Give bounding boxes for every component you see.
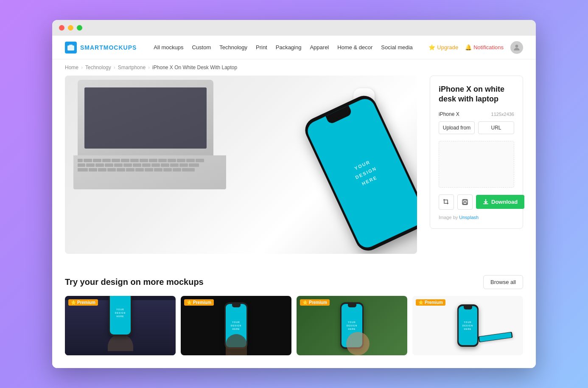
save-button[interactable] bbox=[457, 194, 473, 210]
breadcrumb-technology[interactable]: Technology bbox=[85, 65, 111, 70]
attribution-link[interactable]: Unsplash bbox=[459, 215, 479, 220]
main-content: YOURDESIGNHERE iPhone X on white desk wi… bbox=[52, 76, 536, 267]
notifications-label: Notifications bbox=[473, 44, 504, 51]
action-buttons: Download bbox=[439, 194, 514, 210]
notifications-button[interactable]: 🔔 Notifications bbox=[465, 44, 504, 51]
mockup-preview: YOURDESIGNHERE bbox=[65, 76, 417, 254]
nav-home-decor[interactable]: Home & decor bbox=[337, 44, 372, 51]
mockup-card-1[interactable]: ⭐ Premium YOURDESIGNHERE bbox=[65, 296, 176, 355]
upgrade-button[interactable]: ⭐ Upgrade bbox=[428, 44, 458, 51]
nav-packaging[interactable]: Packaging bbox=[276, 44, 302, 51]
download-label: Download bbox=[491, 199, 518, 205]
browser-content: SMARTMOCKUPS All mockups Custom Technolo… bbox=[52, 36, 536, 368]
svg-point-2 bbox=[515, 45, 518, 48]
crop-button[interactable] bbox=[439, 194, 454, 210]
premium-badge-1: ⭐ Premium bbox=[68, 299, 98, 306]
upload-buttons: Upload from URL bbox=[439, 121, 514, 134]
device-size: 1125x2436 bbox=[491, 112, 514, 117]
premium-badge-4: ⭐ Premium bbox=[416, 299, 445, 306]
maximize-button[interactable] bbox=[77, 25, 82, 31]
mockup-card-4[interactable]: ⭐ Premium YOURDESIGNHERE bbox=[412, 296, 523, 355]
minimize-button[interactable] bbox=[68, 25, 73, 31]
bell-icon: 🔔 bbox=[465, 44, 472, 51]
breadcrumb-smartphone[interactable]: Smartphone bbox=[118, 65, 146, 70]
sidebar-panel: iPhone X on white desk with laptop iPhon… bbox=[430, 76, 523, 229]
nav-links: All mockups Custom Technology Print Pack… bbox=[154, 44, 418, 51]
section-header: Try your design on more mockups Browse a… bbox=[65, 275, 523, 289]
nav-custom[interactable]: Custom bbox=[192, 44, 211, 51]
url-button[interactable]: URL bbox=[478, 121, 514, 134]
star-icon-1: ⭐ bbox=[71, 300, 76, 305]
breadcrumb-sep-3: › bbox=[148, 65, 150, 70]
mockup-card-2[interactable]: ⭐ Premium YOURDESIGNHERE bbox=[181, 296, 291, 355]
breadcrumb-current: iPhone X On White Desk With Laptop bbox=[152, 65, 237, 70]
panel-title: iPhone X on white desk with laptop bbox=[439, 84, 514, 104]
nav-apparel[interactable]: Apparel bbox=[310, 44, 329, 51]
user-avatar[interactable] bbox=[510, 41, 523, 54]
breadcrumb: Home › Technology › Smartphone › iPhone … bbox=[52, 59, 536, 76]
laptop-screen bbox=[78, 80, 213, 156]
browse-all-button[interactable]: Browse all bbox=[483, 275, 523, 289]
logo-icon bbox=[65, 42, 77, 53]
star-icon-4: ⭐ bbox=[418, 300, 423, 305]
upload-from-button[interactable]: Upload from bbox=[439, 121, 475, 134]
breadcrumb-home[interactable]: Home bbox=[65, 65, 78, 70]
logo-text: SMARTMOCKUPS bbox=[80, 44, 137, 51]
mockup-image: YOURDESIGNHERE bbox=[65, 76, 417, 254]
nav-print[interactable]: Print bbox=[256, 44, 267, 51]
attribution-text: Image by bbox=[439, 215, 458, 220]
nav-actions: ⭐ Upgrade 🔔 Notifications bbox=[428, 41, 523, 54]
device-info-row: iPhone X 1125x2436 bbox=[439, 111, 514, 117]
premium-badge-2: ⭐ Premium bbox=[184, 299, 214, 306]
logo[interactable]: SMARTMOCKUPS bbox=[65, 42, 137, 53]
star-icon-3: ⭐ bbox=[302, 300, 308, 305]
nav-technology[interactable]: Technology bbox=[219, 44, 247, 51]
bottom-section: Try your design on more mockups Browse a… bbox=[52, 267, 536, 368]
navbar: SMARTMOCKUPS All mockups Custom Technolo… bbox=[52, 36, 536, 59]
attribution: Image by Unsplash bbox=[439, 215, 514, 220]
browser-titlebar bbox=[52, 20, 536, 36]
star-icon-2: ⭐ bbox=[187, 300, 192, 305]
breadcrumb-sep-2: › bbox=[114, 65, 115, 70]
download-button[interactable]: Download bbox=[476, 195, 524, 209]
mockup-card-3[interactable]: ⭐ Premium YOURDESIGNHERE bbox=[297, 296, 407, 355]
star-icon: ⭐ bbox=[428, 44, 435, 51]
design-placeholder-area bbox=[439, 141, 514, 188]
laptop-keyboard bbox=[73, 155, 226, 189]
mockup-grid: ⭐ Premium YOURDESIGNHERE bbox=[65, 296, 523, 355]
design-text: YOURDESIGNHERE bbox=[350, 157, 382, 190]
breadcrumb-sep-1: › bbox=[81, 65, 83, 70]
svg-rect-5 bbox=[463, 202, 467, 204]
nav-all-mockups[interactable]: All mockups bbox=[154, 44, 183, 51]
svg-rect-4 bbox=[464, 200, 466, 201]
close-button[interactable] bbox=[59, 25, 64, 31]
upgrade-label: Upgrade bbox=[437, 44, 458, 51]
nav-social-media[interactable]: Social media bbox=[381, 44, 412, 51]
section-title: Try your design on more mockups bbox=[65, 277, 204, 287]
svg-rect-1 bbox=[69, 45, 73, 46]
browser-window: SMARTMOCKUPS All mockups Custom Technolo… bbox=[52, 20, 536, 368]
premium-badge-3: ⭐ Premium bbox=[300, 299, 330, 306]
device-name: iPhone X bbox=[439, 111, 459, 117]
